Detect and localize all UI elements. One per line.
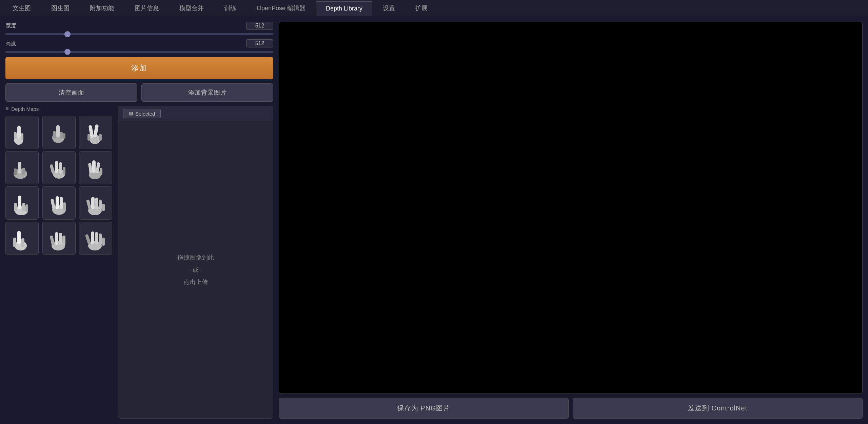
svg-rect-54 xyxy=(85,234,91,244)
depth-thumb-6[interactable] xyxy=(79,151,112,184)
depth-hand-svg-8 xyxy=(45,189,73,217)
height-slider-row: 高度 512 xyxy=(5,39,273,53)
svg-rect-32 xyxy=(25,204,28,212)
svg-rect-31 xyxy=(22,203,25,211)
svg-rect-50 xyxy=(55,232,58,245)
tab-openpose[interactable]: OpenPose 编辑器 xyxy=(247,0,315,16)
depth-thumb-5[interactable] xyxy=(42,151,76,184)
right-panel: 保存为 PNG图片 发送到 ControlNet xyxy=(279,22,863,419)
svg-rect-39 xyxy=(86,199,92,209)
selected-tab[interactable]: ⊠ Selected xyxy=(123,109,161,118)
svg-rect-2 xyxy=(14,132,17,139)
depth-hand-svg-5 xyxy=(45,154,73,181)
tab-txt2img[interactable]: 文生图 xyxy=(3,0,41,16)
svg-rect-45 xyxy=(17,231,21,244)
width-label: 宽度 xyxy=(5,22,16,29)
svg-rect-16 xyxy=(14,168,17,175)
drop-text-1: 拖拽图像到此 xyxy=(177,251,214,264)
tab-train[interactable]: 训练 xyxy=(214,0,246,16)
svg-rect-36 xyxy=(60,197,63,209)
main-container: 宽度 512 高度 512 添加 清空画面 添加背景图片 ≡ xyxy=(0,16,868,424)
svg-rect-1 xyxy=(17,126,21,139)
svg-rect-24 xyxy=(88,163,93,174)
depth-thumb-4[interactable] xyxy=(5,151,39,184)
depth-thumb-2[interactable] xyxy=(42,116,76,149)
depth-thumb-8[interactable] xyxy=(42,186,76,220)
tab-settings[interactable]: 设置 xyxy=(373,0,405,16)
svg-rect-52 xyxy=(62,236,65,246)
depth-hand-svg-1 xyxy=(8,119,36,146)
nav-tabs: 文生图 图生图 附加功能 图片信息 模型合并 训练 OpenPose 编辑器 D… xyxy=(0,0,868,16)
svg-rect-13 xyxy=(99,134,102,141)
svg-rect-56 xyxy=(95,232,98,244)
depth-hand-svg-11 xyxy=(45,225,73,252)
add-bg-button[interactable]: 添加背景图片 xyxy=(141,83,273,102)
send-controlnet-button[interactable]: 发送到 ControlNet xyxy=(573,398,863,419)
depth-thumb-12[interactable] xyxy=(79,222,112,255)
svg-rect-17 xyxy=(22,168,25,175)
drop-text-2: - 或 - xyxy=(177,264,214,276)
depth-thumb-1[interactable] xyxy=(5,116,39,149)
svg-rect-7 xyxy=(60,132,63,139)
height-label: 高度 xyxy=(5,40,16,47)
svg-rect-21 xyxy=(59,162,62,174)
depth-thumb-3[interactable] xyxy=(79,116,112,149)
drop-text-3: 点击上传 xyxy=(177,276,214,288)
height-slider[interactable] xyxy=(5,51,273,53)
selected-tab-icon: ⊠ xyxy=(129,110,133,117)
svg-rect-43 xyxy=(102,204,105,211)
upload-panel: ⊠ Selected 拖拽图像到此 - 或 - 点击上传 xyxy=(118,106,273,419)
depth-thumb-11[interactable] xyxy=(42,222,76,255)
two-btn-row: 清空画面 添加背景图片 xyxy=(5,83,273,102)
svg-rect-34 xyxy=(50,199,55,209)
tab-extra[interactable]: 附加功能 xyxy=(80,0,124,16)
svg-rect-3 xyxy=(21,133,23,140)
tab-merge[interactable]: 模型合并 xyxy=(170,0,214,16)
menu-icon: ≡ xyxy=(5,106,8,112)
svg-rect-27 xyxy=(100,168,102,175)
height-label-row: 高度 512 xyxy=(5,39,273,47)
depth-hand-svg-10 xyxy=(8,225,36,252)
canvas-area xyxy=(279,22,863,394)
svg-rect-22 xyxy=(63,167,65,175)
svg-rect-20 xyxy=(55,161,58,173)
right-btn-row: 保存为 PNG图片 发送到 ControlNet xyxy=(279,398,863,419)
svg-rect-58 xyxy=(102,238,105,246)
depth-thumb-7[interactable] xyxy=(5,186,39,220)
depth-hand-svg-4 xyxy=(8,154,36,181)
depth-hand-svg-9 xyxy=(82,189,109,217)
width-slider[interactable] xyxy=(5,33,273,35)
depth-grid xyxy=(5,116,114,255)
svg-rect-25 xyxy=(92,160,96,173)
svg-rect-41 xyxy=(95,198,98,209)
depth-maps-label: Depth Maps xyxy=(11,106,39,112)
tab-extensions[interactable]: 扩展 xyxy=(406,0,437,16)
tab-img2img[interactable]: 图生图 xyxy=(41,0,79,16)
add-button[interactable]: 添加 xyxy=(5,57,273,79)
height-value[interactable]: 512 xyxy=(246,39,273,47)
depth-hand-svg-3 xyxy=(82,119,109,146)
width-slider-row: 宽度 512 xyxy=(5,22,273,35)
svg-rect-49 xyxy=(50,235,55,245)
svg-rect-42 xyxy=(99,200,102,210)
upload-panel-header: ⊠ Selected xyxy=(118,106,273,121)
bottom-section: ≡ Depth Maps xyxy=(5,106,273,419)
tab-depthlibrary[interactable]: Depth Library xyxy=(316,1,372,16)
tab-imginfo[interactable]: 图片信息 xyxy=(125,0,169,16)
svg-rect-55 xyxy=(91,231,94,244)
svg-rect-15 xyxy=(18,162,21,174)
width-label-row: 宽度 512 xyxy=(5,22,273,30)
left-panel: 宽度 512 高度 512 添加 清空画面 添加背景图片 ≡ xyxy=(5,22,273,419)
depth-thumb-9[interactable] xyxy=(79,186,112,220)
svg-rect-5 xyxy=(56,125,60,137)
depth-hand-svg-6 xyxy=(82,154,109,181)
save-png-button[interactable]: 保存为 PNG图片 xyxy=(279,398,569,419)
svg-rect-30 xyxy=(14,203,17,211)
svg-rect-19 xyxy=(50,164,55,174)
upload-drop-area[interactable]: 拖拽图像到此 - 或 - 点击上传 xyxy=(118,121,273,418)
width-value[interactable]: 512 xyxy=(246,22,273,30)
depth-thumb-10[interactable] xyxy=(5,222,39,255)
clear-canvas-button[interactable]: 清空画面 xyxy=(5,83,137,102)
depth-maps-title: ≡ Depth Maps xyxy=(5,106,114,113)
svg-rect-8 xyxy=(63,133,65,139)
